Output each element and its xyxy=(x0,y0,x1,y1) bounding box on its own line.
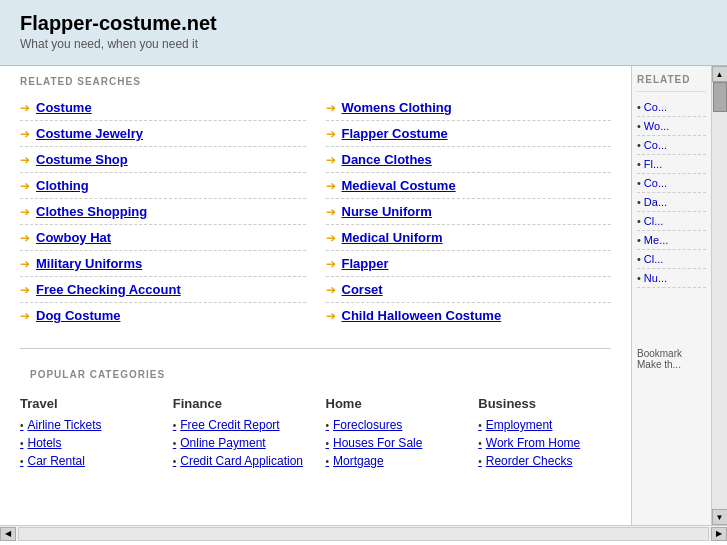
related-searches-grid: ➔ Costume ➔ Costume Jewelry ➔ Costume Sh… xyxy=(10,95,621,328)
horizontal-scrollbar: ◀ ▶ xyxy=(0,525,727,541)
arrow-icon: ➔ xyxy=(20,309,30,323)
category-link[interactable]: Mortgage xyxy=(326,452,459,470)
search-link[interactable]: Cowboy Hat xyxy=(36,230,111,245)
category-home: Home Foreclosures Houses For Sale Mortga… xyxy=(326,396,459,470)
site-title: Flapper-costume.net xyxy=(20,12,707,35)
make-text: Make th... xyxy=(637,359,706,370)
left-search-column: ➔ Costume ➔ Costume Jewelry ➔ Costume Sh… xyxy=(10,95,316,328)
category-link[interactable]: Airline Tickets xyxy=(20,416,153,434)
sidebar-link[interactable]: Co... xyxy=(637,98,706,117)
list-item: ➔ Flapper xyxy=(326,251,612,277)
arrow-icon: ➔ xyxy=(326,283,336,297)
list-item: ➔ Medical Uniform xyxy=(326,225,612,251)
arrow-icon: ➔ xyxy=(326,257,336,271)
list-item: ➔ Costume Jewelry xyxy=(20,121,306,147)
scroll-track[interactable] xyxy=(712,82,728,509)
arrow-icon: ➔ xyxy=(20,231,30,245)
bookmark-area: Bookmark Make th... xyxy=(637,348,706,370)
search-link[interactable]: Womens Clothing xyxy=(342,100,452,115)
list-item: ➔ Flapper Costume xyxy=(326,121,612,147)
category-link[interactable]: Houses For Sale xyxy=(326,434,459,452)
scroll-thumb[interactable] xyxy=(713,82,727,112)
category-link[interactable]: Foreclosures xyxy=(326,416,459,434)
sidebar-link[interactable]: Fl... xyxy=(637,155,706,174)
category-link[interactable]: Work From Home xyxy=(478,434,611,452)
search-link[interactable]: Flapper Costume xyxy=(342,126,448,141)
vertical-scrollbar: ▲ ▼ xyxy=(711,66,727,525)
sidebar-related-label: RELATED xyxy=(637,74,706,92)
search-link[interactable]: Medical Uniform xyxy=(342,230,443,245)
category-link[interactable]: Hotels xyxy=(20,434,153,452)
scroll-up-button[interactable]: ▲ xyxy=(712,66,728,82)
arrow-icon: ➔ xyxy=(326,205,336,219)
list-item: ➔ Medieval Costume xyxy=(326,173,612,199)
arrow-icon: ➔ xyxy=(326,153,336,167)
arrow-icon: ➔ xyxy=(20,179,30,193)
list-item: ➔ Dance Clothes xyxy=(326,147,612,173)
search-link[interactable]: Corset xyxy=(342,282,383,297)
arrow-icon: ➔ xyxy=(20,101,30,115)
h-scroll-track[interactable] xyxy=(18,527,709,541)
arrow-icon: ➔ xyxy=(20,283,30,297)
search-link[interactable]: Clothes Shopping xyxy=(36,204,147,219)
search-link[interactable]: Medieval Costume xyxy=(342,178,456,193)
search-link[interactable]: Dog Costume xyxy=(36,308,121,323)
sidebar-link[interactable]: Wo... xyxy=(637,117,706,136)
list-item: ➔ Corset xyxy=(326,277,612,303)
search-link[interactable]: Free Checking Account xyxy=(36,282,181,297)
arrow-icon: ➔ xyxy=(326,309,336,323)
search-link[interactable]: Nurse Uniform xyxy=(342,204,432,219)
bookmark-text: Bookmark xyxy=(637,348,706,359)
search-link[interactable]: Child Halloween Costume xyxy=(342,308,502,323)
right-sidebar: RELATED Co... Wo... Co... Fl... Co... Da… xyxy=(631,66,711,525)
sidebar-link[interactable]: Me... xyxy=(637,231,706,250)
list-item: ➔ Clothes Shopping xyxy=(20,199,306,225)
search-link[interactable]: Costume Shop xyxy=(36,152,128,167)
search-link[interactable]: Military Uniforms xyxy=(36,256,142,271)
category-link[interactable]: Car Rental xyxy=(20,452,153,470)
scroll-down-button[interactable]: ▼ xyxy=(712,509,728,525)
scroll-right-button[interactable]: ▶ xyxy=(711,527,727,541)
list-item: ➔ Costume Shop xyxy=(20,147,306,173)
category-title: Travel xyxy=(20,396,153,411)
category-title: Home xyxy=(326,396,459,411)
related-searches-label: RELATED SEARCHES xyxy=(10,66,621,95)
sidebar-link[interactable]: Co... xyxy=(637,136,706,155)
scroll-left-button[interactable]: ◀ xyxy=(0,527,16,541)
category-link[interactable]: Online Payment xyxy=(173,434,306,452)
site-subtitle: What you need, when you need it xyxy=(20,37,707,51)
arrow-icon: ➔ xyxy=(326,179,336,193)
list-item: ➔ Costume xyxy=(20,95,306,121)
arrow-icon: ➔ xyxy=(326,127,336,141)
category-business: Business Employment Work From Home Reord… xyxy=(478,396,611,470)
site-header: Flapper-costume.net What you need, when … xyxy=(0,0,727,66)
search-link[interactable]: Clothing xyxy=(36,178,89,193)
list-item: ➔ Womens Clothing xyxy=(326,95,612,121)
category-title: Finance xyxy=(173,396,306,411)
search-link[interactable]: Flapper xyxy=(342,256,389,271)
sidebar-link[interactable]: Cl... xyxy=(637,250,706,269)
arrow-icon: ➔ xyxy=(326,101,336,115)
category-link[interactable]: Employment xyxy=(478,416,611,434)
popular-section: POPULAR CATEGORIES Travel Airline Ticket… xyxy=(10,349,621,478)
category-link[interactable]: Free Credit Report xyxy=(173,416,306,434)
arrow-icon: ➔ xyxy=(20,257,30,271)
popular-categories-label: POPULAR CATEGORIES xyxy=(20,359,611,388)
category-finance: Finance Free Credit Report Online Paymen… xyxy=(173,396,306,470)
list-item: ➔ Child Halloween Costume xyxy=(326,303,612,328)
category-link[interactable]: Reorder Checks xyxy=(478,452,611,470)
arrow-icon: ➔ xyxy=(20,205,30,219)
search-link[interactable]: Costume Jewelry xyxy=(36,126,143,141)
sidebar-link[interactable]: Nu... xyxy=(637,269,706,288)
search-link[interactable]: Dance Clothes xyxy=(342,152,432,167)
search-link[interactable]: Costume xyxy=(36,100,92,115)
category-title: Business xyxy=(478,396,611,411)
list-item: ➔ Dog Costume xyxy=(20,303,306,328)
arrow-icon: ➔ xyxy=(326,231,336,245)
category-link[interactable]: Credit Card Application xyxy=(173,452,306,470)
sidebar-link[interactable]: Da... xyxy=(637,193,706,212)
list-item: ➔ Cowboy Hat xyxy=(20,225,306,251)
list-item: ➔ Nurse Uniform xyxy=(326,199,612,225)
sidebar-link[interactable]: Co... xyxy=(637,174,706,193)
sidebar-link[interactable]: Cl... xyxy=(637,212,706,231)
